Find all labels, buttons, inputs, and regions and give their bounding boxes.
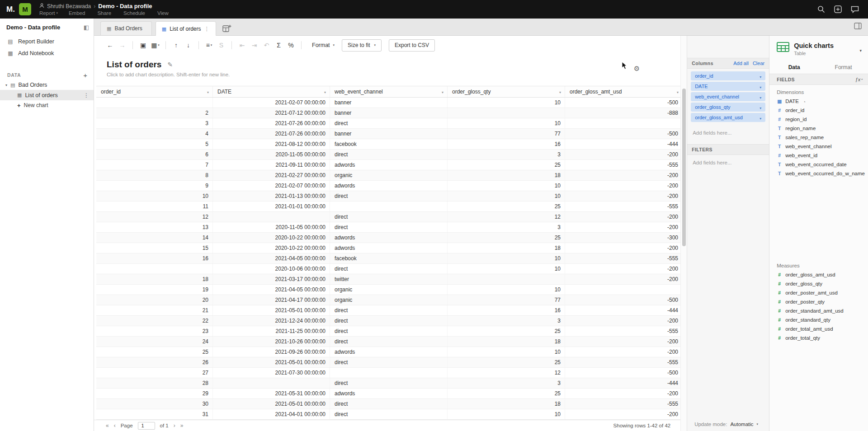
tab-menu-icon[interactable]: ⋮ xyxy=(204,26,210,32)
table-row[interactable]: 27 2021-07-30 00:00:00 12 -500 xyxy=(96,368,683,378)
more-options-icon[interactable]: ⋮ xyxy=(84,92,89,98)
column-pill[interactable]: web_event_channel xyxy=(691,92,765,101)
prev-page-button[interactable]: ‹ xyxy=(114,422,116,429)
dataset-bad-orders[interactable]: ▾ ▤ Bad Orders xyxy=(0,80,94,90)
column-menu-icon[interactable] xyxy=(677,89,679,95)
next-page-button[interactable]: › xyxy=(174,422,175,429)
table-row[interactable]: 8 2021-02-27 00:00:00 organic 18 -200 xyxy=(96,170,683,181)
chart-title[interactable]: List of orders xyxy=(107,60,161,70)
column-menu-icon[interactable] xyxy=(559,89,561,95)
add-data-icon[interactable]: + xyxy=(83,71,87,79)
help-chat-icon[interactable] xyxy=(851,6,859,13)
sort-ascending-icon[interactable]: ↑ xyxy=(170,39,182,51)
indent-left-icon[interactable]: ⇤ xyxy=(236,39,248,51)
dimension-field-item[interactable]: web_event_occurred_date xyxy=(777,160,868,169)
dimension-field-item[interactable]: DATE xyxy=(777,97,868,106)
column-header[interactable]: order_gloss_amt_usd xyxy=(565,86,683,97)
column-menu-icon[interactable] xyxy=(207,89,209,95)
column-header[interactable]: order_gloss_qty xyxy=(448,86,565,97)
measure-field-item[interactable]: order_standard_qty xyxy=(777,315,868,324)
column-header[interactable]: web_event_channel xyxy=(330,86,448,97)
mode-logo[interactable]: M. M xyxy=(0,3,39,15)
measure-field-item[interactable]: order_total_amt_usd xyxy=(777,324,868,333)
undo-icon[interactable]: ↶ xyxy=(260,39,273,51)
strikethrough-icon[interactable]: S xyxy=(215,39,227,51)
export-to-csv-button[interactable]: Export to CSV xyxy=(389,39,435,52)
dimension-field-item[interactable]: web_event_channel xyxy=(777,142,868,151)
sidebar-item-report-builder[interactable]: ▤ Report Builder xyxy=(0,36,94,47)
table-row[interactable]: 29 2021-05-31 00:00:00 adwords 25 -200 xyxy=(96,389,683,399)
table-row[interactable]: 23 2021-11-25 00:00:00 direct 25 -555 xyxy=(96,326,683,337)
size-to-fit-button[interactable]: Size to fit▾ xyxy=(342,39,382,52)
dimension-field-item[interactable]: order_id xyxy=(777,106,868,115)
edit-title-icon[interactable]: ✎ xyxy=(167,61,173,68)
topbar-menu-item[interactable]: Schedule xyxy=(123,10,146,16)
grid-options-icon[interactable]: ▦▾ xyxy=(149,39,161,51)
measure-field-item[interactable]: order_gloss_amt_usd xyxy=(777,270,868,279)
dimension-field-item[interactable]: region_id xyxy=(777,115,868,124)
table-row[interactable]: 10 2021-01-13 00:00:00 direct 10 -200 xyxy=(96,191,683,201)
measure-field-item[interactable]: order_gloss_qty xyxy=(777,279,868,288)
table-row[interactable]: 16 2021-04-05 00:00:00 facebook 10 -555 xyxy=(96,253,683,264)
column-menu-icon[interactable] xyxy=(442,89,443,95)
measure-field-item[interactable]: order_standard_amt_usd xyxy=(777,306,868,315)
topbar-menu-item[interactable]: View xyxy=(157,10,170,16)
pill-menu-icon[interactable] xyxy=(760,93,761,101)
column-pill[interactable]: DATE xyxy=(691,82,765,91)
expander-caret-icon[interactable]: ▾ xyxy=(5,83,7,87)
topbar-menu-item[interactable]: Report▾ xyxy=(39,10,58,16)
table-row[interactable]: 2020-10-06 00:00:00 direct 10 -200 xyxy=(96,264,683,274)
chart-description-placeholder[interactable]: Click to add chart description. Shift-en… xyxy=(107,72,680,77)
collapse-sidebar-icon[interactable]: ◧ xyxy=(84,24,89,31)
table-row[interactable]: 2021-02-07 00:00:00 banner 10 -500 xyxy=(96,98,683,108)
table-row[interactable]: 28 direct 3 -444 xyxy=(96,378,683,389)
topbar-menu-item[interactable]: Share xyxy=(97,10,113,16)
table-row[interactable]: 9 2021-02-07 00:00:00 adwords 10 -200 xyxy=(96,181,683,191)
pill-menu-icon[interactable] xyxy=(760,82,761,90)
table-row[interactable]: 19 2021-04-05 00:00:00 organic 10 xyxy=(96,285,683,295)
column-pill[interactable]: order_id xyxy=(691,71,765,80)
format-dropdown[interactable]: Format▾ xyxy=(312,42,335,48)
pill-menu-icon[interactable] xyxy=(760,113,761,122)
toggle-right-panel-icon[interactable] xyxy=(854,23,862,29)
column-header[interactable]: DATE xyxy=(213,86,330,97)
panel-tab[interactable]: Data xyxy=(769,61,819,74)
table-row[interactable]: 14 2020-10-22 00:00:00 adwords 25 -300 xyxy=(96,233,683,243)
pill-menu-icon[interactable] xyxy=(760,72,761,80)
back-button[interactable]: ← xyxy=(104,39,116,51)
chart-tab[interactable]: List of orders ⋮ xyxy=(156,21,216,36)
table-row[interactable]: 31 2021-04-01 00:00:00 direct 10 -200 xyxy=(96,409,683,420)
snapshot-icon[interactable]: ▣ xyxy=(137,39,149,51)
table-row[interactable]: 6 2020-11-05 00:00:00 direct 3 -200 xyxy=(96,150,683,160)
pill-menu-icon[interactable] xyxy=(760,103,761,111)
chart-tab[interactable]: Bad Orders xyxy=(100,21,152,35)
percent-icon[interactable]: % xyxy=(285,39,297,51)
topbar-menu-item[interactable]: Embed xyxy=(69,10,86,16)
forward-button[interactable]: → xyxy=(116,39,128,51)
sum-icon[interactable]: Σ xyxy=(273,39,285,51)
table-row[interactable]: 18 2021-03-17 00:00:00 twitter -200 xyxy=(96,274,683,285)
table-row[interactable]: 12 direct 12 -200 xyxy=(96,212,683,222)
measure-field-item[interactable]: order_total_qty xyxy=(777,333,868,342)
sort-descending-icon[interactable]: ↓ xyxy=(182,39,194,51)
indent-right-icon[interactable]: ⇥ xyxy=(248,39,260,51)
table-row[interactable]: 30 2021-05-01 00:00:00 direct 18 -555 xyxy=(96,399,683,409)
table-row[interactable]: 4 2021-07-26 00:00:00 banner 77 -500 xyxy=(96,129,683,139)
add-new-icon[interactable] xyxy=(834,5,842,13)
sidebar-item-list-of-orders[interactable]: ▦ List of orders ⋮ xyxy=(0,90,94,100)
table-row[interactable]: 26 2021-05-01 00:00:00 direct 25 -555 xyxy=(96,357,683,368)
column-pill[interactable]: order_gloss_amt_usd xyxy=(691,113,765,122)
update-mode-select[interactable]: Automatic ▾ xyxy=(730,422,758,427)
new-chart-button[interactable]: + New chart xyxy=(0,100,94,110)
table-row[interactable]: 24 2021-10-26 00:00:00 direct 18 -200 xyxy=(96,337,683,347)
panel-tab[interactable]: Format xyxy=(819,61,868,74)
settings-gear-icon[interactable]: ⚙ xyxy=(634,65,640,73)
sidebar-item-add-notebook[interactable]: ▦ Add Notebook xyxy=(0,47,94,59)
add-all-link[interactable]: Add all xyxy=(733,61,749,66)
new-chart-tab-button[interactable] xyxy=(222,24,231,32)
column-menu-icon[interactable] xyxy=(324,89,326,95)
filters-dropzone[interactable]: Add fields here... xyxy=(687,155,769,174)
dimension-field-item[interactable]: web_event_occurred_do_w_name xyxy=(777,169,868,178)
table-row[interactable]: 21 2021-05-01 00:00:00 direct 16 -444 xyxy=(96,305,683,316)
table-row[interactable]: 25 2021-09-26 00:00:00 adwords 10 -200 xyxy=(96,347,683,357)
